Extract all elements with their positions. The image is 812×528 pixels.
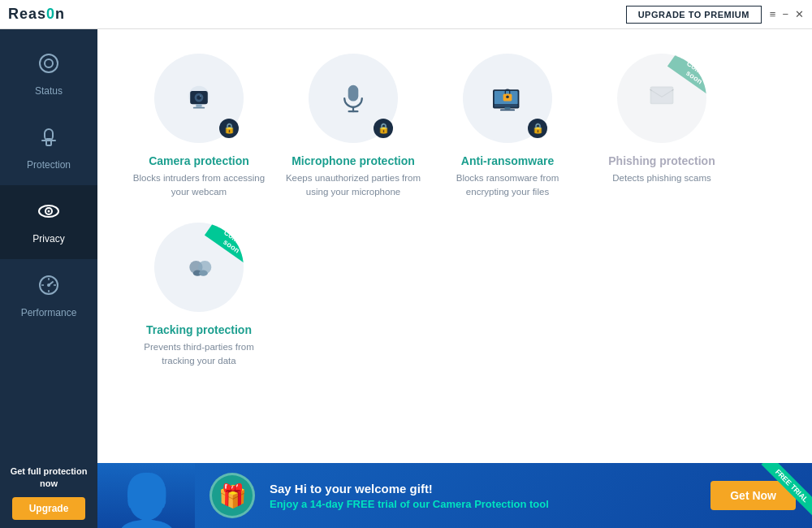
phishing-desc: Detects phishing scams: [612, 171, 710, 185]
svg-point-30: [506, 95, 509, 98]
window-controls: ≡ − ✕: [770, 8, 804, 20]
sidebar-item-status[interactable]: Status: [0, 37, 97, 111]
svg-point-13: [47, 283, 50, 287]
menu-icon[interactable]: ≡: [770, 8, 776, 20]
phishing-icon-wrap: Comingsoon: [617, 54, 706, 143]
mic-title: Microphone protection: [292, 154, 415, 167]
camera-lock-badge: 🔒: [219, 119, 239, 138]
sidebar-bottom: Get full protection now Upgrade: [0, 454, 97, 528]
camera-icon-wrap: 🔒: [154, 54, 244, 143]
tracking-icon-wrap: Comingsoon: [154, 223, 244, 312]
ransomware-svg: [486, 76, 529, 120]
free-trial-corner: FREE TRIAL: [747, 463, 812, 528]
banner-subtitle-prefix: Enjoy a 14-day FREE trial of our: [270, 498, 433, 510]
tracking-coming-soon-text: Comingsoon: [205, 223, 244, 268]
mic-svg: [331, 76, 375, 120]
tracking-title: Tracking protection: [146, 323, 252, 336]
title-bar: Reas0n UPGRADE TO PREMIUM ≡ − ✕: [0, 0, 812, 29]
camera-svg: [177, 76, 221, 120]
status-label: Status: [35, 85, 63, 97]
tracking-coming-soon: Comingsoon: [199, 223, 244, 271]
app-logo: Reas0n: [8, 6, 65, 23]
svg-rect-27: [504, 107, 510, 110]
camera-desc: Blocks intruders from accessing your web…: [130, 171, 268, 198]
performance-label: Performance: [21, 307, 77, 318]
banner-gift-icon: 🎁: [209, 473, 255, 518]
banner-text-area: Say Hi to your welcome gift! Enjoy a 14-…: [270, 482, 694, 510]
status-icon: [37, 52, 60, 80]
get-full-protection-text: Get full protection now: [8, 465, 89, 489]
svg-point-18: [200, 95, 201, 97]
camera-protection-card[interactable]: 🔒 Camera protection Blocks intruders fro…: [130, 54, 268, 198]
svg-rect-20: [193, 107, 205, 109]
minimize-icon[interactable]: −: [782, 8, 788, 20]
mic-lock-badge: 🔒: [374, 119, 393, 138]
svg-rect-28: [500, 110, 515, 111]
microphone-icon-wrap: 🔒: [309, 54, 398, 143]
svg-rect-26: [495, 104, 518, 107]
privacy-icon: [37, 200, 60, 228]
cards-row-2: Comingsoon Tracking protection Prevents …: [130, 223, 780, 367]
sidebar-item-performance[interactable]: Performance: [0, 259, 97, 333]
banner-person-image: 👤: [97, 463, 195, 528]
ransomware-icon-wrap: 🔒: [463, 54, 552, 143]
upgrade-premium-button[interactable]: UPGRADE TO PREMIUM: [626, 6, 762, 24]
svg-rect-19: [196, 104, 201, 107]
cards-row-1: 🔒 Camera protection Blocks intruders fro…: [130, 54, 780, 198]
sidebar: Status Protection Privacy: [0, 29, 97, 528]
microphone-protection-card[interactable]: 🔒 Microphone protection Keeps unauthoriz…: [284, 54, 422, 198]
title-bar-right: UPGRADE TO PREMIUM ≡ − ✕: [626, 6, 804, 24]
upgrade-sidebar-button[interactable]: Upgrade: [12, 497, 85, 520]
sidebar-item-privacy[interactable]: Privacy: [0, 185, 97, 259]
phishing-coming-soon-text: Comingsoon: [667, 54, 706, 99]
phishing-title: Phishing protection: [608, 154, 715, 167]
phishing-coming-soon: Comingsoon: [662, 54, 706, 102]
phishing-protection-card[interactable]: Comingsoon Phishing protection Detects p…: [593, 54, 731, 198]
svg-point-1: [45, 59, 53, 67]
mic-desc: Keeps unauthorized parties from using yo…: [284, 171, 422, 198]
privacy-label: Privacy: [32, 233, 64, 245]
camera-title: Camera protection: [149, 154, 249, 167]
protection-label: Protection: [27, 159, 71, 171]
bottom-banner: 👤 🎁 Say Hi to your welcome gift! Enjoy a…: [97, 463, 812, 528]
sidebar-item-protection[interactable]: Protection: [0, 111, 97, 185]
protection-icon: [37, 126, 60, 154]
cards-area: 🔒 Camera protection Blocks intruders fro…: [97, 29, 812, 463]
svg-point-0: [40, 54, 58, 72]
banner-subtitle-highlight: Camera Protection tool: [433, 498, 549, 510]
tracking-protection-card[interactable]: Comingsoon Tracking protection Prevents …: [130, 223, 268, 367]
close-icon[interactable]: ✕: [795, 8, 804, 20]
svg-rect-21: [348, 85, 359, 102]
ransomware-title: Anti-ransomware: [461, 154, 554, 167]
ransomware-desc: Blocks ransomware from encrypting your f…: [438, 171, 577, 198]
logo-text: Reas0n: [8, 6, 65, 23]
performance-icon: [37, 274, 60, 302]
svg-point-6: [48, 210, 50, 213]
ransomware-lock-badge: 🔒: [528, 119, 547, 138]
banner-subtitle: Enjoy a 14-day FREE trial of our Camera …: [270, 498, 694, 510]
content-area: 🔒 Camera protection Blocks intruders fro…: [97, 29, 812, 528]
free-trial-text: FREE TRIAL: [762, 463, 812, 516]
main-layout: Status Protection Privacy: [0, 29, 812, 528]
ransomware-protection-card[interactable]: 🔒 Anti-ransomware Blocks ransomware from…: [438, 54, 577, 198]
tracking-desc: Prevents third-parties from tracking you…: [130, 340, 268, 367]
banner-greeting: Say Hi to your welcome gift!: [270, 482, 694, 496]
